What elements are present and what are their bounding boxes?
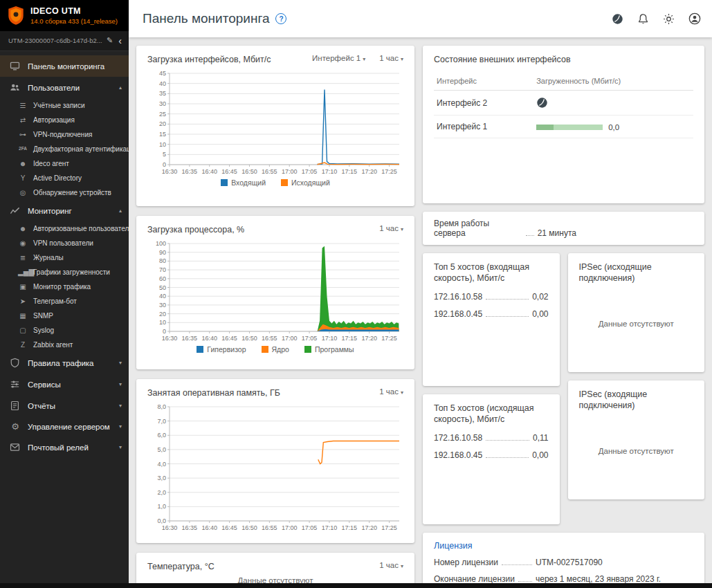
mail-relay-icon bbox=[10, 442, 21, 452]
sidebar-item-traffic-monitor[interactable]: ▣Монитор трафика bbox=[0, 279, 129, 294]
dotted-leader bbox=[486, 316, 529, 317]
sidebar-item-zabbix-agent[interactable]: ZZabbix агент bbox=[0, 338, 129, 352]
svg-text:100: 100 bbox=[156, 240, 166, 247]
legend-label: Исходящий bbox=[291, 178, 330, 187]
svg-text:16:50: 16:50 bbox=[241, 168, 257, 175]
interfaces-table: ИнтерфейсЗагруженность (Мбит/с) Интерфей… bbox=[434, 72, 693, 138]
svg-text:17:15: 17:15 bbox=[342, 335, 358, 342]
no-data-text: Данные отсутствуют bbox=[579, 284, 694, 365]
svg-text:60: 60 bbox=[159, 275, 166, 282]
row-value: UTM-0027517090 bbox=[536, 558, 693, 567]
list-item: Окончание лицензиичерез 1 месяц, 23 янва… bbox=[434, 574, 693, 584]
chevron-down-icon: ▾ bbox=[401, 563, 403, 569]
vpn-icon: ⊶ bbox=[18, 131, 28, 138]
period-select[interactable]: 1 час▾ bbox=[379, 387, 403, 396]
edit-server-name-icon[interactable]: ✎ bbox=[107, 36, 113, 45]
sidebar-item-dashboard[interactable]: Панель мониторинга bbox=[0, 55, 129, 77]
sidebar-item-mail-relay[interactable]: Почтовый релей▾ bbox=[0, 437, 129, 458]
authorization-icon: ⇄ bbox=[18, 117, 28, 124]
sidebar-item-accounts[interactable]: ☰Учётные записи bbox=[0, 98, 129, 113]
sidebar-item-users[interactable]: Пользователи▴ bbox=[0, 77, 129, 98]
logo-shield-icon bbox=[7, 6, 25, 26]
sidebar-item-two-factor-auth[interactable]: 2FAДвухфакторная аутентификация bbox=[0, 142, 129, 156]
chevron-down-icon: ▾ bbox=[119, 444, 122, 450]
sidebar-item-server-management[interactable]: ⚙Управление сервером▾ bbox=[0, 416, 129, 437]
legend-swatch bbox=[304, 346, 311, 353]
svg-text:70: 70 bbox=[159, 266, 166, 273]
svg-text:16:35: 16:35 bbox=[182, 168, 198, 175]
svg-text:17:05: 17:05 bbox=[302, 168, 318, 175]
stats-grid: Топ 5 хостов (входящая скорость), Мбит/с… bbox=[423, 253, 704, 524]
svg-text:16:45: 16:45 bbox=[221, 335, 237, 342]
accounts-icon: ☰ bbox=[18, 102, 28, 109]
legend-item: Ядро bbox=[262, 345, 289, 353]
sidebar-item-services[interactable]: Сервисы▾ bbox=[0, 374, 129, 395]
sidebar-item-telegram-bot[interactable]: ➤Телеграм-бот bbox=[0, 294, 129, 309]
period-select[interactable]: 1 час▾ bbox=[379, 54, 403, 62]
sidebar-item-label: Правила трафика bbox=[28, 359, 94, 367]
top-hosts-in-card: Топ 5 хостов (входящая скорость), Мбит/с… bbox=[423, 253, 560, 386]
period-select[interactable]: 1 час▾ bbox=[379, 561, 403, 569]
svg-text:4,0: 4,0 bbox=[157, 461, 166, 468]
sidebar-item-authorization[interactable]: ⇄Авторизация bbox=[0, 113, 129, 127]
chevron-down-icon: ▾ bbox=[119, 381, 122, 387]
notifications-icon[interactable] bbox=[637, 13, 649, 25]
svg-text:20: 20 bbox=[159, 311, 166, 318]
active-directory-icon: Y bbox=[18, 175, 28, 182]
sidebar-item-load-graphs[interactable]: ▂▅▇Графики загруженности bbox=[0, 265, 129, 279]
web-icon[interactable] bbox=[612, 13, 623, 25]
svg-text:5,0: 5,0 bbox=[157, 446, 166, 453]
sidebar-item-vpn-connections[interactable]: ⊶VPN-подключения bbox=[0, 127, 129, 142]
dotted-leader bbox=[526, 235, 534, 236]
svg-text:16:35: 16:35 bbox=[182, 524, 198, 531]
interface-select[interactable]: Интерфейс 1▾ bbox=[312, 54, 365, 62]
ipsec-in-card: IPSec (входящие подключения) Данные отсу… bbox=[568, 380, 705, 499]
svg-text:40: 40 bbox=[159, 80, 166, 87]
sidebar-collapse-icon[interactable]: ‹ bbox=[117, 37, 123, 44]
period-select[interactable]: 1 час▾ bbox=[379, 224, 403, 232]
svg-text:20: 20 bbox=[159, 121, 166, 128]
svg-text:7,0: 7,0 bbox=[157, 418, 166, 425]
chevron-down-icon: ▾ bbox=[119, 423, 122, 430]
sidebar-item-active-directory[interactable]: YActive Directory bbox=[0, 171, 129, 185]
card-title: Загрузка интерфейсов, Мбит/с bbox=[147, 54, 271, 65]
svg-text:3,0: 3,0 bbox=[157, 475, 166, 481]
svg-text:17:20: 17:20 bbox=[361, 335, 377, 342]
traffic-rules-icon bbox=[10, 358, 21, 368]
svg-text:16:50: 16:50 bbox=[241, 524, 257, 531]
brightness-icon[interactable] bbox=[663, 13, 675, 25]
sidebar-item-monitoring[interactable]: Мониторинг▴ bbox=[0, 200, 129, 221]
svg-text:17:05: 17:05 bbox=[302, 335, 318, 342]
svg-text:0: 0 bbox=[163, 161, 166, 168]
sidebar-item-vpn-users[interactable]: ◉VPN пользователи bbox=[0, 236, 129, 250]
right-column: Состояние внешних интерфейсов ИнтерфейсЗ… bbox=[423, 46, 704, 588]
sidebar-item-reports[interactable]: Отчёты▾ bbox=[0, 395, 129, 416]
snmp-icon: ▦ bbox=[18, 313, 28, 320]
ipsec-subcolumn: IPSec (исходящие подключения) Данные отс… bbox=[568, 253, 705, 499]
svg-text:16:55: 16:55 bbox=[262, 335, 277, 342]
svg-text:15: 15 bbox=[159, 131, 166, 138]
telegram-bot-icon: ➤ bbox=[18, 298, 28, 305]
legend-item: Гипервизор bbox=[197, 345, 246, 353]
sidebar-menu: Панель мониторингаПользователи▴☰Учётные … bbox=[0, 51, 129, 588]
sidebar-item-ideco-agent[interactable]: ☻Ideco агент bbox=[0, 156, 129, 171]
sidebar-item-device-discovery[interactable]: ◎Обнаружение устройств bbox=[0, 185, 129, 200]
sidebar-item-logs[interactable]: ≣Журналы bbox=[0, 250, 129, 265]
svg-text:80: 80 bbox=[159, 258, 166, 265]
sidebar-item-syslog[interactable]: ▢Syslog bbox=[0, 323, 129, 338]
svg-text:35: 35 bbox=[159, 91, 166, 98]
load-value: 0,0 bbox=[608, 123, 619, 131]
sidebar-item-traffic-rules[interactable]: Правила трафика▾ bbox=[0, 352, 129, 374]
svg-text:17:20: 17:20 bbox=[361, 524, 377, 531]
help-icon[interactable]: ? bbox=[275, 13, 286, 24]
logo-block: IDECO UTM 14.0 сборка 433 (14_release) bbox=[0, 0, 129, 31]
traffic-monitor-icon: ▣ bbox=[18, 284, 28, 291]
svg-text:17:10: 17:10 bbox=[322, 168, 338, 175]
account-icon[interactable] bbox=[688, 12, 701, 25]
sidebar-item-label: Сервисы bbox=[28, 380, 61, 389]
sidebar-item-label: Пользователи bbox=[28, 84, 80, 92]
sidebar-item-authorized-users[interactable]: ☻Авторизованные пользователи bbox=[0, 221, 129, 236]
sidebar-item-label: Двухфакторная аутентификация bbox=[33, 145, 129, 153]
sidebar-item-snmp[interactable]: ▦SNMP bbox=[0, 309, 129, 323]
reports-icon bbox=[10, 401, 21, 411]
